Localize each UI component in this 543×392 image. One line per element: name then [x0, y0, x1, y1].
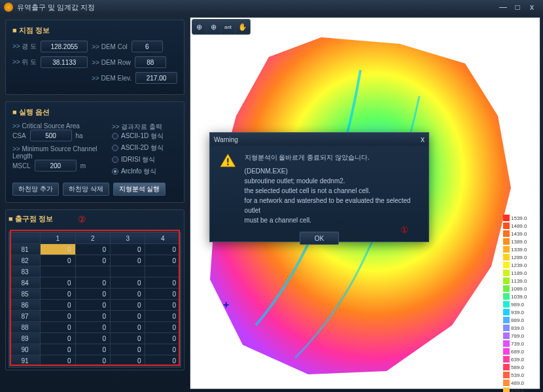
cell[interactable]: 0: [145, 255, 181, 266]
cell[interactable]: 0: [145, 333, 181, 344]
cell[interactable]: 0: [41, 344, 75, 355]
col-header[interactable]: 3: [111, 233, 145, 244]
radio-ascii1d[interactable]: ASCII-1D 형식: [112, 132, 177, 141]
cell[interactable]: 0: [75, 344, 110, 355]
col-header[interactable]: 4: [145, 233, 181, 244]
table-row[interactable]: 890000: [10, 333, 181, 344]
cell[interactable]: 0: [145, 322, 181, 333]
dialog-close-icon[interactable]: x: [421, 135, 425, 144]
add-stream-button[interactable]: 하천망 추가: [12, 183, 59, 196]
table-row[interactable]: 820000: [10, 255, 181, 266]
cell[interactable]: 0: [75, 289, 110, 300]
table-row[interactable]: 850000: [10, 289, 181, 300]
cell[interactable]: 0: [111, 300, 145, 311]
row-header[interactable]: 91: [10, 355, 41, 366]
row-header[interactable]: 85: [10, 289, 41, 300]
cell[interactable]: 0: [145, 244, 181, 255]
cell[interactable]: 0: [145, 300, 181, 311]
cell[interactable]: 0: [75, 322, 110, 333]
minimize-button[interactable]: —: [496, 2, 510, 12]
cell[interactable]: 0: [41, 289, 75, 300]
cell[interactable]: 0: [111, 311, 145, 322]
cell[interactable]: 0: [111, 244, 145, 255]
csa-input[interactable]: [30, 130, 72, 141]
cell[interactable]: 0: [75, 311, 110, 322]
cell[interactable]: 0: [145, 289, 181, 300]
close-button[interactable]: x: [525, 2, 539, 12]
row-header[interactable]: 87: [10, 311, 41, 322]
cell[interactable]: [41, 266, 75, 277]
zoom-extent-icon[interactable]: ⊕: [192, 20, 207, 34]
legend-value: 1539.0: [511, 215, 527, 221]
lat-input[interactable]: [41, 56, 88, 68]
radio-arcinfo[interactable]: ArcInfo 형식: [112, 167, 177, 176]
cell[interactable]: 0: [111, 255, 145, 266]
col-header[interactable]: 1: [41, 233, 75, 244]
cell[interactable]: [75, 266, 110, 277]
cell[interactable]: 0: [145, 311, 181, 322]
table-row[interactable]: 83: [10, 266, 181, 277]
row-header[interactable]: 81: [10, 244, 41, 255]
row-header[interactable]: 90: [10, 344, 41, 355]
table-row[interactable]: 870000: [10, 311, 181, 322]
demelev-input[interactable]: [135, 72, 177, 84]
cell[interactable]: 0: [41, 355, 75, 366]
mscl-input[interactable]: [35, 160, 77, 171]
table-row[interactable]: 910000: [10, 355, 181, 366]
cell[interactable]: 0: [41, 322, 75, 333]
table-row[interactable]: 880000: [10, 322, 181, 333]
row-header[interactable]: 84: [10, 277, 41, 289]
cell[interactable]: [111, 266, 145, 277]
radio-ascii2d[interactable]: ASCII-2D 형식: [112, 143, 177, 152]
cell[interactable]: 0: [111, 355, 145, 366]
cell[interactable]: 0: [75, 244, 110, 255]
cell[interactable]: 0: [145, 344, 181, 355]
cell[interactable]: 0: [111, 344, 145, 355]
row-header[interactable]: 83: [10, 266, 41, 277]
radio-idrisi[interactable]: IDRISI 형식: [112, 155, 177, 164]
col-header[interactable]: [10, 233, 41, 244]
del-stream-button[interactable]: 하천망 삭제: [63, 183, 109, 196]
cell[interactable]: 0: [75, 255, 110, 266]
cell[interactable]: [145, 266, 181, 277]
outlet-table-wrap[interactable]: 1234 81000082000083840000850000860000870…: [9, 232, 181, 368]
cell[interactable]: 0: [75, 277, 110, 289]
cell[interactable]: 0: [145, 277, 181, 289]
cell[interactable]: 0: [111, 277, 145, 289]
cell[interactable]: 0: [41, 333, 75, 344]
table-row[interactable]: 900000: [10, 344, 181, 355]
cell[interactable]: 0: [75, 355, 110, 366]
outlet-table[interactable]: 1234 81000082000083840000850000860000870…: [9, 232, 181, 366]
row-header[interactable]: 86: [10, 300, 41, 311]
cell[interactable]: 0: [111, 333, 145, 344]
row-header[interactable]: 88: [10, 322, 41, 333]
cell[interactable]: 0: [111, 322, 145, 333]
col-header[interactable]: 2: [75, 233, 110, 244]
mscl-label: Minimum Source Channel Length: [12, 145, 107, 160]
cell[interactable]: 0: [145, 355, 181, 366]
cell[interactable]: 0: [111, 289, 145, 300]
identify-icon[interactable]: ant: [221, 20, 236, 34]
cell[interactable]: 0: [41, 244, 75, 255]
dialog-titlebar[interactable]: Warning x: [210, 133, 429, 146]
legend-row: 839.0: [503, 324, 537, 332]
zoom-in-icon[interactable]: ⊕: [207, 20, 221, 34]
cell[interactable]: 0: [41, 255, 75, 266]
run-analysis-button[interactable]: 지형분석 실행: [113, 183, 166, 196]
cell[interactable]: 0: [41, 300, 75, 311]
demcol-input[interactable]: [131, 41, 163, 52]
cell[interactable]: 0: [41, 277, 75, 289]
pan-icon[interactable]: ✋: [236, 20, 250, 34]
table-row[interactable]: 810000: [10, 244, 181, 255]
dialog-ok-button[interactable]: OK: [300, 232, 339, 245]
maximize-button[interactable]: □: [510, 2, 525, 12]
table-row[interactable]: 840000: [10, 277, 181, 289]
row-header[interactable]: 89: [10, 333, 41, 344]
table-row[interactable]: 860000: [10, 300, 181, 311]
lon-input[interactable]: [41, 41, 88, 52]
cell[interactable]: 0: [75, 333, 110, 344]
cell[interactable]: 0: [41, 311, 75, 322]
cell[interactable]: 0: [75, 300, 110, 311]
demrow-input[interactable]: [135, 56, 166, 68]
row-header[interactable]: 82: [10, 255, 41, 266]
